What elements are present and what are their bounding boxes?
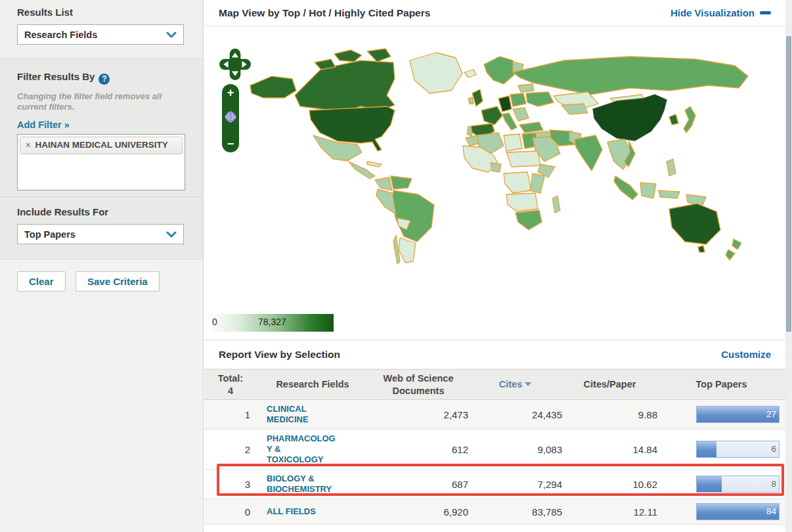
- cites-per-paper-value: 9.88: [562, 409, 657, 420]
- minus-icon: [760, 11, 771, 14]
- filter-chip-label: HAINAN MEDICAL UNIVERSITY: [35, 140, 170, 150]
- country-argentina[interactable]: [399, 238, 416, 263]
- column-header-cites-sort[interactable]: Cites: [468, 378, 562, 390]
- report-table: Total: 4 Research Fields Web of Science …: [204, 369, 785, 525]
- country-south-korea[interactable]: [669, 114, 678, 125]
- page-scrollbar[interactable]: [785, 0, 792, 532]
- country-canada[interactable]: [295, 60, 395, 112]
- country-norway-sweden[interactable]: [484, 56, 516, 84]
- country-india[interactable]: [575, 135, 602, 171]
- country-indonesia-east[interactable]: [659, 190, 680, 198]
- country-nigeria[interactable]: [491, 163, 501, 172]
- country-new-zealand[interactable]: [732, 239, 741, 250]
- country-australia[interactable]: [669, 204, 720, 244]
- row-rank: 2: [204, 444, 257, 455]
- top-papers-value: 84: [766, 506, 776, 516]
- country-turkey[interactable]: [519, 122, 543, 133]
- country-kenya-tanzania[interactable]: [530, 173, 544, 193]
- country-madagascar[interactable]: [552, 196, 560, 213]
- map-zoom-control[interactable]: + −: [222, 84, 239, 152]
- country-greenland[interactable]: [410, 53, 462, 93]
- include-results-dropdown[interactable]: Top Papers: [17, 224, 184, 244]
- sidebar: Results List Research Fields Filter Resu…: [0, 0, 204, 532]
- country-sudan-chad[interactable]: [506, 151, 540, 167]
- customize-link[interactable]: Customize: [721, 349, 771, 360]
- top-papers-value: 6: [771, 444, 776, 454]
- country-iceland[interactable]: [464, 70, 476, 78]
- scrollbar-thumb[interactable]: [786, 36, 791, 332]
- save-criteria-button[interactable]: Save Criteria: [76, 271, 160, 292]
- country-borneo[interactable]: [640, 183, 656, 198]
- country-south-africa[interactable]: [516, 210, 542, 230]
- results-list-dropdown-value: Research Fields: [24, 30, 97, 40]
- country-central-asia[interactable]: [561, 104, 588, 114]
- country-arctic-island[interactable]: [334, 50, 362, 62]
- results-list-section: Results List Research Fields: [0, 0, 203, 59]
- table-row-highlighted: 3 BIOLOGY & BIOCHEMISTRY 687 7,294 10.62…: [204, 470, 785, 499]
- add-filter-link[interactable]: Add Filter »: [17, 120, 70, 130]
- cites-per-paper-value: 12.11: [562, 506, 657, 518]
- column-header-total: Total: 4: [204, 372, 257, 396]
- zoom-out-icon[interactable]: −: [227, 139, 234, 149]
- main-content: Map View by Top / Hot / Highly Cited Pap…: [204, 0, 785, 532]
- country-tasmania[interactable]: [698, 246, 705, 252]
- filter-title: Filter Results By?: [17, 71, 186, 85]
- country-cuba[interactable]: [367, 162, 382, 167]
- country-arctic-island[interactable]: [367, 49, 391, 62]
- country-drc[interactable]: [504, 172, 531, 193]
- globe-icon[interactable]: [224, 110, 237, 126]
- wos-documents-value: 612: [368, 444, 468, 455]
- hide-visualization-link[interactable]: Hide Visualization: [671, 7, 771, 18]
- table-row: 2 PHARMACOLOGY & TOXICOLOGY 612 9,083 14…: [204, 430, 785, 470]
- cites-per-paper-value: 14.84: [562, 444, 657, 455]
- country-balkans[interactable]: [513, 108, 529, 121]
- country-poland[interactable]: [510, 93, 526, 106]
- country-sumatra[interactable]: [614, 176, 638, 200]
- country-ireland[interactable]: [468, 97, 473, 104]
- country-ukraine[interactable]: [526, 92, 554, 106]
- results-list-dropdown[interactable]: Research Fields: [17, 24, 184, 45]
- country-brazil[interactable]: [392, 190, 434, 242]
- cites-per-paper-value: 10.62: [562, 479, 657, 490]
- research-field-link[interactable]: BIOLOGY & BIOCHEMISTRY: [267, 474, 338, 495]
- zoom-in-icon[interactable]: +: [227, 87, 234, 98]
- country-france[interactable]: [481, 106, 502, 125]
- world-choropleth-map[interactable]: [209, 33, 780, 315]
- research-field-link[interactable]: PHARMACOLOGY & TOXICOLOGY: [267, 433, 338, 465]
- country-libya[interactable]: [504, 134, 522, 151]
- map-view-title: Map View by Top / Hot / Highly Cited Pap…: [219, 7, 430, 19]
- sort-caret-icon: [525, 382, 531, 386]
- cites-value: 7,294: [468, 479, 562, 490]
- country-italy[interactable]: [502, 113, 517, 130]
- country-colombia[interactable]: [375, 177, 392, 190]
- legend-max-value: 78,327: [258, 317, 286, 327]
- research-field-link[interactable]: ALL FIELDS: [267, 506, 338, 517]
- include-results-title: Include Results For: [17, 206, 186, 217]
- results-list-title: Results List: [17, 7, 186, 18]
- map-pan-control[interactable]: [219, 48, 252, 81]
- clear-button[interactable]: Clear: [17, 271, 66, 292]
- wos-documents-value: 2,473: [368, 409, 468, 420]
- remove-filter-icon[interactable]: ×: [26, 140, 31, 150]
- filter-section: Filter Results By? Changing the filter f…: [0, 59, 203, 197]
- cites-value: 24,435: [468, 409, 562, 420]
- map-view-header: Map View by Top / Hot / Highly Cited Pap…: [204, 0, 785, 26]
- country-germany[interactable]: [498, 96, 512, 112]
- country-alaska[interactable]: [250, 76, 296, 98]
- country-china[interactable]: [593, 95, 667, 141]
- filter-chip[interactable]: × HAINAN MEDICAL UNIVERSITY: [20, 137, 183, 154]
- country-baltics[interactable]: [518, 84, 534, 92]
- country-venezuela[interactable]: [391, 176, 412, 189]
- table-row: 0 ALL FIELDS 6,920 83,785 12.11 84: [204, 499, 785, 525]
- research-field-link[interactable]: CLINICAL MEDICINE: [267, 404, 338, 425]
- country-russia[interactable]: [513, 56, 748, 95]
- country-new-zealand[interactable]: [726, 250, 735, 260]
- table-row: 1 CLINICAL MEDICINE 2,473 24,435 9.88 27: [204, 400, 785, 430]
- help-icon[interactable]: ?: [99, 74, 110, 85]
- country-southern-africa[interactable]: [506, 193, 538, 211]
- top-papers-bar: 27: [696, 406, 780, 423]
- active-filters-box: × HAINAN MEDICAL UNIVERSITY: [17, 134, 185, 190]
- top-papers-bar: 6: [696, 441, 780, 458]
- country-japan[interactable]: [684, 106, 695, 133]
- country-philippines[interactable]: [667, 159, 676, 176]
